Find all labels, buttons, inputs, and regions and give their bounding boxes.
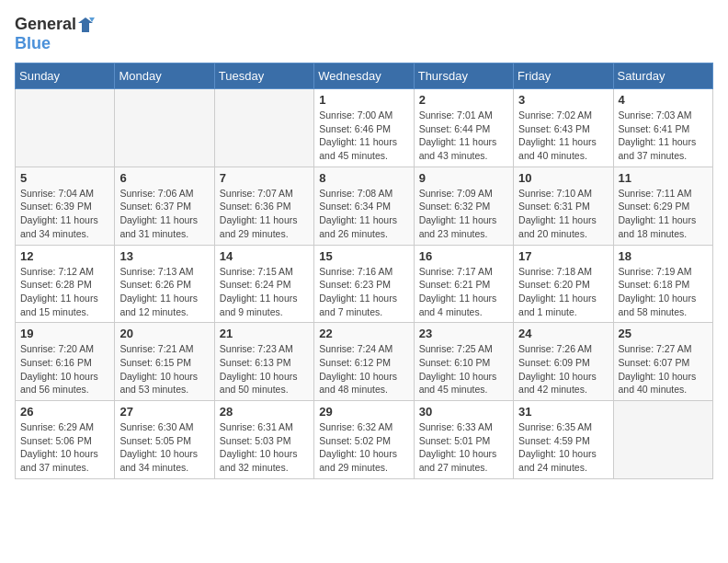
- calendar-cell: 22Sunrise: 7:24 AM Sunset: 6:12 PM Dayli…: [314, 323, 414, 401]
- day-number: 20: [119, 327, 209, 340]
- calendar-cell: 6Sunrise: 7:06 AM Sunset: 6:37 PM Daylig…: [115, 167, 214, 245]
- day-number: 2: [419, 93, 508, 107]
- weekday-header-friday: Friday: [514, 63, 613, 89]
- day-info: Sunrise: 7:04 AM Sunset: 6:39 PM Dayligh…: [20, 187, 109, 241]
- week-row-3: 12Sunrise: 7:12 AM Sunset: 6:28 PM Dayli…: [16, 245, 713, 323]
- weekday-header-row: SundayMondayTuesdayWednesdayThursdayFrid…: [16, 63, 713, 89]
- calendar-cell: 3Sunrise: 7:02 AM Sunset: 6:43 PM Daylig…: [514, 89, 613, 167]
- weekday-header-monday: Monday: [115, 63, 214, 89]
- day-info: Sunrise: 7:13 AM Sunset: 6:26 PM Dayligh…: [119, 265, 209, 319]
- calendar-cell: 12Sunrise: 7:12 AM Sunset: 6:28 PM Dayli…: [16, 245, 115, 323]
- calendar-cell: 24Sunrise: 7:26 AM Sunset: 6:09 PM Dayli…: [514, 323, 613, 401]
- calendar-cell: 25Sunrise: 7:27 AM Sunset: 6:07 PM Dayli…: [613, 323, 712, 401]
- calendar-cell: 9Sunrise: 7:09 AM Sunset: 6:32 PM Daylig…: [414, 167, 513, 245]
- day-number: 5: [20, 171, 109, 185]
- calendar-cell: 30Sunrise: 6:33 AM Sunset: 5:01 PM Dayli…: [414, 401, 513, 479]
- calendar-cell: 11Sunrise: 7:11 AM Sunset: 6:29 PM Dayli…: [613, 167, 712, 245]
- day-number: 15: [319, 249, 408, 263]
- day-info: Sunrise: 7:10 AM Sunset: 6:31 PM Dayligh…: [518, 187, 608, 241]
- calendar-cell: [613, 401, 712, 479]
- day-info: Sunrise: 7:17 AM Sunset: 6:21 PM Dayligh…: [419, 265, 508, 319]
- day-info: Sunrise: 7:19 AM Sunset: 6:18 PM Dayligh…: [619, 265, 708, 319]
- weekday-header-saturday: Saturday: [613, 63, 712, 89]
- day-info: Sunrise: 6:32 AM Sunset: 5:02 PM Dayligh…: [319, 420, 408, 475]
- day-info: Sunrise: 6:29 AM Sunset: 5:06 PM Dayligh…: [20, 420, 109, 475]
- day-info: Sunrise: 7:20 AM Sunset: 6:16 PM Dayligh…: [20, 342, 109, 396]
- day-number: 30: [419, 405, 508, 419]
- logo-general: General: [15, 15, 76, 34]
- day-info: Sunrise: 7:25 AM Sunset: 6:10 PM Dayligh…: [419, 342, 508, 396]
- day-number: 24: [518, 327, 608, 340]
- calendar-cell: [16, 89, 115, 167]
- day-number: 27: [119, 405, 209, 419]
- day-info: Sunrise: 6:30 AM Sunset: 5:05 PM Dayligh…: [119, 420, 209, 475]
- day-info: Sunrise: 7:11 AM Sunset: 6:29 PM Dayligh…: [619, 187, 708, 241]
- day-info: Sunrise: 7:09 AM Sunset: 6:32 PM Dayligh…: [419, 187, 508, 241]
- day-number: 21: [220, 327, 309, 340]
- day-number: 14: [220, 249, 309, 263]
- day-info: Sunrise: 7:03 AM Sunset: 6:41 PM Dayligh…: [619, 109, 708, 163]
- day-info: Sunrise: 7:00 AM Sunset: 6:46 PM Dayligh…: [319, 109, 408, 163]
- calendar-cell: 4Sunrise: 7:03 AM Sunset: 6:41 PM Daylig…: [613, 89, 712, 167]
- day-info: Sunrise: 7:07 AM Sunset: 6:36 PM Dayligh…: [220, 187, 309, 241]
- day-info: Sunrise: 7:15 AM Sunset: 6:24 PM Dayligh…: [220, 265, 309, 319]
- calendar-cell: 19Sunrise: 7:20 AM Sunset: 6:16 PM Dayli…: [16, 323, 115, 401]
- day-number: 13: [119, 249, 209, 263]
- day-info: Sunrise: 6:35 AM Sunset: 4:59 PM Dayligh…: [518, 420, 608, 475]
- day-number: 3: [518, 93, 608, 107]
- day-number: 1: [319, 93, 408, 107]
- calendar-cell: 23Sunrise: 7:25 AM Sunset: 6:10 PM Dayli…: [414, 323, 513, 401]
- day-number: 22: [319, 327, 408, 340]
- calendar-cell: 16Sunrise: 7:17 AM Sunset: 6:21 PM Dayli…: [414, 245, 513, 323]
- calendar-cell: 8Sunrise: 7:08 AM Sunset: 6:34 PM Daylig…: [314, 167, 414, 245]
- calendar-cell: [115, 89, 214, 167]
- day-info: Sunrise: 7:21 AM Sunset: 6:15 PM Dayligh…: [119, 342, 209, 396]
- calendar-cell: 21Sunrise: 7:23 AM Sunset: 6:13 PM Dayli…: [214, 323, 313, 401]
- day-number: 10: [518, 171, 608, 185]
- day-number: 4: [619, 93, 708, 107]
- calendar-cell: 20Sunrise: 7:21 AM Sunset: 6:15 PM Dayli…: [115, 323, 214, 401]
- day-info: Sunrise: 7:12 AM Sunset: 6:28 PM Dayligh…: [20, 265, 109, 319]
- day-info: Sunrise: 7:23 AM Sunset: 6:13 PM Dayligh…: [220, 342, 309, 396]
- calendar-cell: 15Sunrise: 7:16 AM Sunset: 6:23 PM Dayli…: [314, 245, 414, 323]
- calendar-cell: 13Sunrise: 7:13 AM Sunset: 6:26 PM Dayli…: [115, 245, 214, 323]
- day-info: Sunrise: 7:06 AM Sunset: 6:37 PM Dayligh…: [119, 187, 209, 241]
- day-number: 23: [419, 327, 508, 340]
- calendar: SundayMondayTuesdayWednesdayThursdayFrid…: [15, 63, 713, 479]
- calendar-cell: 29Sunrise: 6:32 AM Sunset: 5:02 PM Dayli…: [314, 401, 414, 479]
- week-row-2: 5Sunrise: 7:04 AM Sunset: 6:39 PM Daylig…: [16, 167, 713, 245]
- logo-blue: Blue: [15, 34, 95, 53]
- day-info: Sunrise: 7:27 AM Sunset: 6:07 PM Dayligh…: [619, 342, 708, 396]
- day-number: 26: [20, 405, 109, 419]
- weekday-header-tuesday: Tuesday: [214, 63, 313, 89]
- calendar-cell: 1Sunrise: 7:00 AM Sunset: 6:46 PM Daylig…: [314, 89, 414, 167]
- calendar-cell: 27Sunrise: 6:30 AM Sunset: 5:05 PM Dayli…: [115, 401, 214, 479]
- calendar-cell: 18Sunrise: 7:19 AM Sunset: 6:18 PM Dayli…: [613, 245, 712, 323]
- day-number: 17: [518, 249, 608, 263]
- day-number: 12: [20, 249, 109, 263]
- day-info: Sunrise: 7:16 AM Sunset: 6:23 PM Dayligh…: [319, 265, 408, 319]
- day-number: 6: [119, 171, 209, 185]
- day-number: 9: [419, 171, 508, 185]
- day-info: Sunrise: 6:33 AM Sunset: 5:01 PM Dayligh…: [419, 420, 508, 475]
- weekday-header-sunday: Sunday: [16, 63, 115, 89]
- calendar-cell: 31Sunrise: 6:35 AM Sunset: 4:59 PM Dayli…: [514, 401, 613, 479]
- day-number: 29: [319, 405, 408, 419]
- day-info: Sunrise: 7:24 AM Sunset: 6:12 PM Dayligh…: [319, 342, 408, 396]
- day-info: Sunrise: 6:31 AM Sunset: 5:03 PM Dayligh…: [220, 420, 309, 475]
- logo-bird-icon: [76, 16, 95, 34]
- day-number: 11: [619, 171, 708, 185]
- day-number: 16: [419, 249, 508, 263]
- calendar-cell: 2Sunrise: 7:01 AM Sunset: 6:44 PM Daylig…: [414, 89, 513, 167]
- week-row-1: 1Sunrise: 7:00 AM Sunset: 6:46 PM Daylig…: [16, 89, 713, 167]
- calendar-cell: 26Sunrise: 6:29 AM Sunset: 5:06 PM Dayli…: [16, 401, 115, 479]
- day-info: Sunrise: 7:26 AM Sunset: 6:09 PM Dayligh…: [518, 342, 608, 396]
- header: GeneralBlue: [15, 15, 713, 53]
- day-number: 28: [220, 405, 309, 419]
- calendar-cell: 28Sunrise: 6:31 AM Sunset: 5:03 PM Dayli…: [214, 401, 313, 479]
- calendar-cell: 7Sunrise: 7:07 AM Sunset: 6:36 PM Daylig…: [214, 167, 313, 245]
- day-info: Sunrise: 7:02 AM Sunset: 6:43 PM Dayligh…: [518, 109, 608, 163]
- calendar-cell: 5Sunrise: 7:04 AM Sunset: 6:39 PM Daylig…: [16, 167, 115, 245]
- week-row-4: 19Sunrise: 7:20 AM Sunset: 6:16 PM Dayli…: [16, 323, 713, 401]
- week-row-5: 26Sunrise: 6:29 AM Sunset: 5:06 PM Dayli…: [16, 401, 713, 479]
